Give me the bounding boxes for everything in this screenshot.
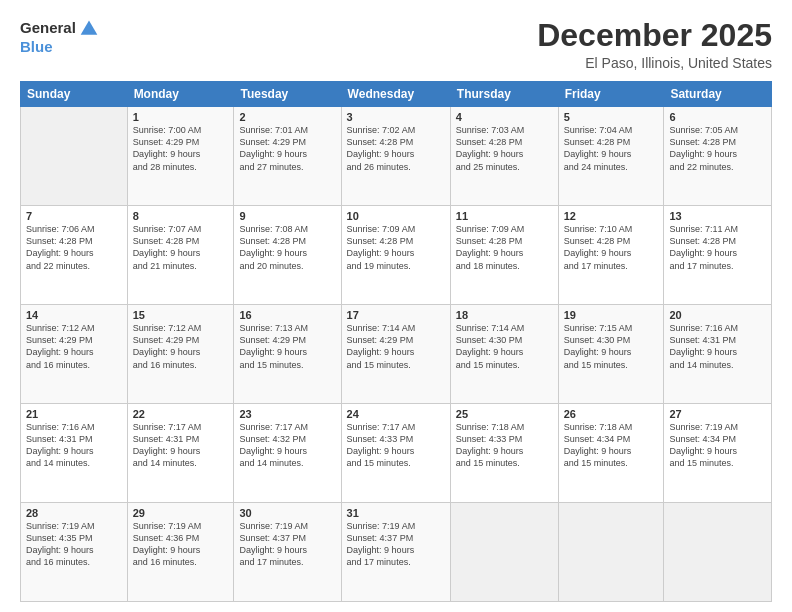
day-info: Sunrise: 7:14 AM Sunset: 4:30 PM Dayligh… <box>456 322 553 371</box>
weekday-header-cell: Thursday <box>450 82 558 107</box>
weekday-header-cell: Tuesday <box>234 82 341 107</box>
weekday-header-cell: Monday <box>127 82 234 107</box>
calendar-day-cell: 3Sunrise: 7:02 AM Sunset: 4:28 PM Daylig… <box>341 107 450 206</box>
day-number: 27 <box>669 408 766 420</box>
day-info: Sunrise: 7:19 AM Sunset: 4:37 PM Dayligh… <box>347 520 445 569</box>
day-info: Sunrise: 7:01 AM Sunset: 4:29 PM Dayligh… <box>239 124 335 173</box>
day-info: Sunrise: 7:08 AM Sunset: 4:28 PM Dayligh… <box>239 223 335 272</box>
calendar-day-cell: 24Sunrise: 7:17 AM Sunset: 4:33 PM Dayli… <box>341 404 450 503</box>
weekday-header-cell: Sunday <box>21 82 128 107</box>
calendar-day-cell: 31Sunrise: 7:19 AM Sunset: 4:37 PM Dayli… <box>341 503 450 602</box>
day-info: Sunrise: 7:19 AM Sunset: 4:35 PM Dayligh… <box>26 520 122 569</box>
day-number: 29 <box>133 507 229 519</box>
day-number: 26 <box>564 408 659 420</box>
day-number: 6 <box>669 111 766 123</box>
calendar-day-cell <box>450 503 558 602</box>
day-info: Sunrise: 7:17 AM Sunset: 4:32 PM Dayligh… <box>239 421 335 470</box>
day-number: 19 <box>564 309 659 321</box>
calendar-day-cell: 15Sunrise: 7:12 AM Sunset: 4:29 PM Dayli… <box>127 305 234 404</box>
calendar-day-cell: 23Sunrise: 7:17 AM Sunset: 4:32 PM Dayli… <box>234 404 341 503</box>
calendar-day-cell <box>664 503 772 602</box>
day-info: Sunrise: 7:19 AM Sunset: 4:37 PM Dayligh… <box>239 520 335 569</box>
day-number: 21 <box>26 408 122 420</box>
day-info: Sunrise: 7:17 AM Sunset: 4:33 PM Dayligh… <box>347 421 445 470</box>
day-number: 18 <box>456 309 553 321</box>
calendar-day-cell: 27Sunrise: 7:19 AM Sunset: 4:34 PM Dayli… <box>664 404 772 503</box>
day-info: Sunrise: 7:17 AM Sunset: 4:31 PM Dayligh… <box>133 421 229 470</box>
calendar-day-cell: 10Sunrise: 7:09 AM Sunset: 4:28 PM Dayli… <box>341 206 450 305</box>
day-number: 13 <box>669 210 766 222</box>
day-info: Sunrise: 7:02 AM Sunset: 4:28 PM Dayligh… <box>347 124 445 173</box>
calendar-week-row: 1Sunrise: 7:00 AM Sunset: 4:29 PM Daylig… <box>21 107 772 206</box>
day-number: 1 <box>133 111 229 123</box>
calendar-week-row: 21Sunrise: 7:16 AM Sunset: 4:31 PM Dayli… <box>21 404 772 503</box>
day-info: Sunrise: 7:13 AM Sunset: 4:29 PM Dayligh… <box>239 322 335 371</box>
calendar-day-cell: 28Sunrise: 7:19 AM Sunset: 4:35 PM Dayli… <box>21 503 128 602</box>
day-number: 30 <box>239 507 335 519</box>
location-title: El Paso, Illinois, United States <box>537 55 772 71</box>
day-info: Sunrise: 7:15 AM Sunset: 4:30 PM Dayligh… <box>564 322 659 371</box>
day-info: Sunrise: 7:12 AM Sunset: 4:29 PM Dayligh… <box>133 322 229 371</box>
calendar-day-cell: 9Sunrise: 7:08 AM Sunset: 4:28 PM Daylig… <box>234 206 341 305</box>
calendar-week-row: 28Sunrise: 7:19 AM Sunset: 4:35 PM Dayli… <box>21 503 772 602</box>
day-info: Sunrise: 7:10 AM Sunset: 4:28 PM Dayligh… <box>564 223 659 272</box>
day-number: 20 <box>669 309 766 321</box>
calendar-day-cell: 26Sunrise: 7:18 AM Sunset: 4:34 PM Dayli… <box>558 404 664 503</box>
calendar-day-cell: 4Sunrise: 7:03 AM Sunset: 4:28 PM Daylig… <box>450 107 558 206</box>
day-number: 11 <box>456 210 553 222</box>
day-number: 28 <box>26 507 122 519</box>
calendar-day-cell: 20Sunrise: 7:16 AM Sunset: 4:31 PM Dayli… <box>664 305 772 404</box>
day-info: Sunrise: 7:04 AM Sunset: 4:28 PM Dayligh… <box>564 124 659 173</box>
calendar-day-cell: 8Sunrise: 7:07 AM Sunset: 4:28 PM Daylig… <box>127 206 234 305</box>
day-number: 25 <box>456 408 553 420</box>
day-info: Sunrise: 7:18 AM Sunset: 4:34 PM Dayligh… <box>564 421 659 470</box>
page: General Blue December 2025 El Paso, Illi… <box>0 0 792 612</box>
day-info: Sunrise: 7:07 AM Sunset: 4:28 PM Dayligh… <box>133 223 229 272</box>
calendar-day-cell: 11Sunrise: 7:09 AM Sunset: 4:28 PM Dayli… <box>450 206 558 305</box>
day-number: 4 <box>456 111 553 123</box>
calendar-day-cell <box>558 503 664 602</box>
calendar-day-cell: 29Sunrise: 7:19 AM Sunset: 4:36 PM Dayli… <box>127 503 234 602</box>
calendar-day-cell: 12Sunrise: 7:10 AM Sunset: 4:28 PM Dayli… <box>558 206 664 305</box>
day-info: Sunrise: 7:19 AM Sunset: 4:36 PM Dayligh… <box>133 520 229 569</box>
calendar-day-cell: 13Sunrise: 7:11 AM Sunset: 4:28 PM Dayli… <box>664 206 772 305</box>
calendar-day-cell: 14Sunrise: 7:12 AM Sunset: 4:29 PM Dayli… <box>21 305 128 404</box>
weekday-header-cell: Saturday <box>664 82 772 107</box>
calendar-day-cell: 30Sunrise: 7:19 AM Sunset: 4:37 PM Dayli… <box>234 503 341 602</box>
day-number: 10 <box>347 210 445 222</box>
day-number: 2 <box>239 111 335 123</box>
day-number: 23 <box>239 408 335 420</box>
logo: General Blue <box>20 18 99 56</box>
day-info: Sunrise: 7:09 AM Sunset: 4:28 PM Dayligh… <box>456 223 553 272</box>
day-number: 14 <box>26 309 122 321</box>
calendar-week-row: 7Sunrise: 7:06 AM Sunset: 4:28 PM Daylig… <box>21 206 772 305</box>
calendar-day-cell: 17Sunrise: 7:14 AM Sunset: 4:29 PM Dayli… <box>341 305 450 404</box>
calendar-day-cell: 21Sunrise: 7:16 AM Sunset: 4:31 PM Dayli… <box>21 404 128 503</box>
day-number: 7 <box>26 210 122 222</box>
month-title: December 2025 <box>537 18 772 53</box>
day-info: Sunrise: 7:19 AM Sunset: 4:34 PM Dayligh… <box>669 421 766 470</box>
day-info: Sunrise: 7:16 AM Sunset: 4:31 PM Dayligh… <box>26 421 122 470</box>
logo-blue: Blue <box>20 38 53 55</box>
day-number: 12 <box>564 210 659 222</box>
calendar-day-cell: 7Sunrise: 7:06 AM Sunset: 4:28 PM Daylig… <box>21 206 128 305</box>
calendar-body: 1Sunrise: 7:00 AM Sunset: 4:29 PM Daylig… <box>21 107 772 602</box>
day-number: 22 <box>133 408 229 420</box>
logo-general: General <box>20 20 76 37</box>
title-block: December 2025 El Paso, Illinois, United … <box>537 18 772 71</box>
day-number: 24 <box>347 408 445 420</box>
calendar-day-cell: 22Sunrise: 7:17 AM Sunset: 4:31 PM Dayli… <box>127 404 234 503</box>
calendar: SundayMondayTuesdayWednesdayThursdayFrid… <box>20 81 772 602</box>
logo-icon <box>79 18 99 38</box>
weekday-header-cell: Wednesday <box>341 82 450 107</box>
day-number: 8 <box>133 210 229 222</box>
calendar-day-cell: 5Sunrise: 7:04 AM Sunset: 4:28 PM Daylig… <box>558 107 664 206</box>
calendar-day-cell: 2Sunrise: 7:01 AM Sunset: 4:29 PM Daylig… <box>234 107 341 206</box>
day-info: Sunrise: 7:06 AM Sunset: 4:28 PM Dayligh… <box>26 223 122 272</box>
calendar-day-cell: 19Sunrise: 7:15 AM Sunset: 4:30 PM Dayli… <box>558 305 664 404</box>
day-info: Sunrise: 7:11 AM Sunset: 4:28 PM Dayligh… <box>669 223 766 272</box>
day-info: Sunrise: 7:09 AM Sunset: 4:28 PM Dayligh… <box>347 223 445 272</box>
day-number: 31 <box>347 507 445 519</box>
day-number: 9 <box>239 210 335 222</box>
day-info: Sunrise: 7:16 AM Sunset: 4:31 PM Dayligh… <box>669 322 766 371</box>
